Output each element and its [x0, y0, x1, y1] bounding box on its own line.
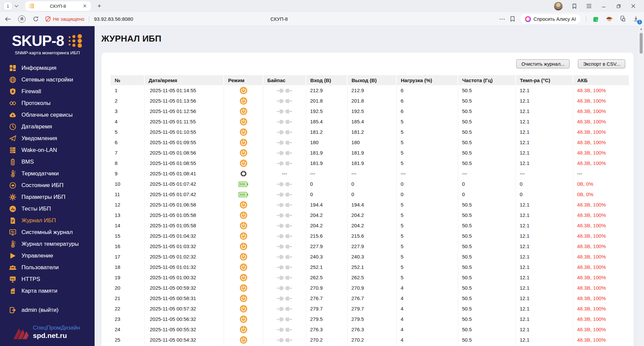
cell-input-voltage: 262.5 [306, 272, 347, 283]
sidebar-item-temperature-journal[interactable]: Журнал температуры [0, 238, 95, 250]
scrollbar-thumb[interactable] [640, 33, 643, 54]
refresh-icon[interactable] [32, 15, 40, 23]
sidebar-item-system-journal[interactable]: Системный журнал [0, 226, 95, 238]
cell-frequency: 50.5 [458, 96, 516, 106]
security-warning-label[interactable]: Не защищено [53, 16, 84, 22]
cell-temperature: 12.1 [516, 148, 573, 158]
thermometer-icon [9, 240, 17, 248]
sidebar-item-bms[interactable]: BMS [0, 156, 95, 168]
back-icon[interactable] [4, 15, 12, 23]
clear-journal-button[interactable]: Очистить журнал... [516, 59, 570, 68]
bypass-plug-icon [277, 337, 292, 342]
window-minimize-icon[interactable] [600, 3, 607, 9]
clipboard-extension-icon[interactable] [619, 15, 627, 23]
cell-load: 5 [396, 262, 458, 272]
bypass-plug-icon [277, 181, 292, 186]
sidebar-item-label: Тесты ИБП [21, 206, 51, 212]
thermometer-icon [9, 170, 17, 178]
evernote-extension-icon[interactable] [592, 15, 600, 23]
window-restore-icon[interactable] [615, 3, 622, 9]
cell-frequency: 50.5 [458, 272, 516, 283]
cell-number: 16 [111, 241, 144, 251]
sidebar-item-notifications[interactable]: Уведомления [0, 132, 95, 144]
ask-alice-button[interactable]: Спросить Алису AI [520, 14, 581, 24]
cell-bypass [263, 293, 306, 303]
cell-bypass [263, 283, 306, 293]
bookmark-icon[interactable] [510, 16, 515, 22]
sidebar-item-label: Дата/время [21, 123, 52, 130]
cell-mode [224, 262, 263, 272]
window-close-icon[interactable] [630, 3, 637, 9]
sidebar-item-ups-journal[interactable]: Журнал ИБП [0, 215, 95, 226]
vendor-logo[interactable]: СпецПромДизайн spd.net.ru [0, 325, 95, 340]
sidebar-item-control[interactable]: Управление [0, 250, 95, 262]
cell-frequency: 50.5 [458, 106, 516, 116]
tab-count-button[interactable]: 1 [3, 2, 12, 10]
export-csv-button[interactable]: Экспорт в CSV... [578, 59, 625, 68]
cell-frequency: 50.5 [458, 283, 516, 293]
cell-battery: 48.3В, 100% [573, 96, 629, 106]
page-scrollbar[interactable]: ▲ [638, 26, 644, 346]
tab-list-chevron-icon[interactable] [12, 2, 20, 10]
sidebar-item-network-settings[interactable]: Сетевые настройки [0, 74, 95, 85]
bypass-plug-icon [277, 108, 292, 114]
sidebar-item-information[interactable]: Информация [0, 62, 95, 74]
app-logo: SKUP-8 [0, 34, 95, 48]
grid-icon [9, 64, 17, 72]
url-text[interactable]: 93.92.83.56:8080 [94, 16, 133, 22]
scrollbar-up-icon[interactable]: ▲ [638, 26, 644, 32]
bookmarks-panel-icon[interactable] [571, 3, 578, 9]
sidebar-item-wake-on-lan[interactable]: Wake-on-LAN [0, 144, 95, 156]
sidebar-item-ups-status[interactable]: Состояние ИБП [0, 179, 95, 191]
sidebar-item-https[interactable]: SSLHTTPS [0, 273, 95, 285]
cell-bypass [263, 231, 306, 241]
cell-input-voltage: 192.5 [306, 106, 347, 116]
sidebar-item-users[interactable]: Пользователи [0, 262, 95, 273]
sidebar-item-logout[interactable]: admin (выйти) [0, 304, 95, 316]
cell-temperature: 12.1 [516, 210, 573, 220]
downloads-icon[interactable]: 1 [632, 15, 640, 23]
cell-output-voltage: 279.7 [347, 303, 396, 314]
browser-menu-icon[interactable] [586, 3, 592, 9]
sidebar-item-ups-params[interactable]: Параметры ИБП [0, 191, 95, 203]
cell-load: --- [396, 168, 458, 179]
battery-mode-icon [238, 181, 249, 186]
bypass-plug-icon [277, 274, 292, 280]
power-mode-icon [240, 87, 247, 93]
sidebar-item-thermo-sensors[interactable]: Термодатчики [0, 168, 95, 179]
browser-tab[interactable]: СКУП-8 ✕ [25, 1, 91, 11]
more-options-icon[interactable] [499, 18, 505, 20]
sidebar-item-label: Протоколы [21, 100, 51, 107]
bypass-plug-icon [277, 326, 292, 332]
cell-input-voltage: 0 [306, 179, 347, 189]
ssl-icon: SSL [9, 275, 17, 283]
tab-close-icon[interactable]: ✕ [82, 3, 88, 9]
sidebar-item-ups-tests[interactable]: Тесты ИБП [0, 203, 95, 215]
disconnected-mode-icon [239, 170, 248, 176]
bypass-plug-icon [277, 264, 292, 270]
sidebar-item-cloud-services[interactable]: Облачные сервисы [0, 109, 95, 121]
cell-datetime: 2025-11-05 01:04:32 [144, 231, 224, 241]
sidebar-menu: ИнформацияСетевые настройкиFirewallПрото… [0, 62, 95, 297]
sidebar-item-label: Управление [21, 252, 53, 259]
profile-avatar[interactable] [554, 2, 563, 11]
cell-mode [224, 137, 263, 148]
divider [89, 16, 89, 22]
sidebar-item-date-time[interactable]: Дата/время [0, 121, 95, 132]
cell-battery: 48.3В, 100% [573, 283, 629, 293]
cell-load: 5 [396, 220, 458, 231]
editor-extension-icon[interactable] [605, 15, 613, 23]
power-mode-icon [240, 295, 247, 300]
cell-number: 7 [111, 148, 144, 158]
sidebar-item-protocols[interactable]: Протоколы [0, 97, 95, 109]
new-tab-button[interactable]: + [95, 2, 104, 10]
cell-bypass [263, 179, 306, 189]
yandex-search-icon[interactable]: Я [18, 15, 26, 23]
sidebar-item-firewall[interactable]: Firewall [0, 85, 95, 97]
cell-datetime: 2025-11-05 01:00:32 [144, 272, 224, 283]
sidebar-item-label: Firewall [21, 88, 41, 95]
cell-number: 18 [111, 262, 144, 272]
sidebar-item-memory-card[interactable]: SDКарта памяти [0, 285, 95, 297]
cell-input-voltage: 212.9 [306, 85, 347, 96]
cell-mode [224, 314, 263, 324]
